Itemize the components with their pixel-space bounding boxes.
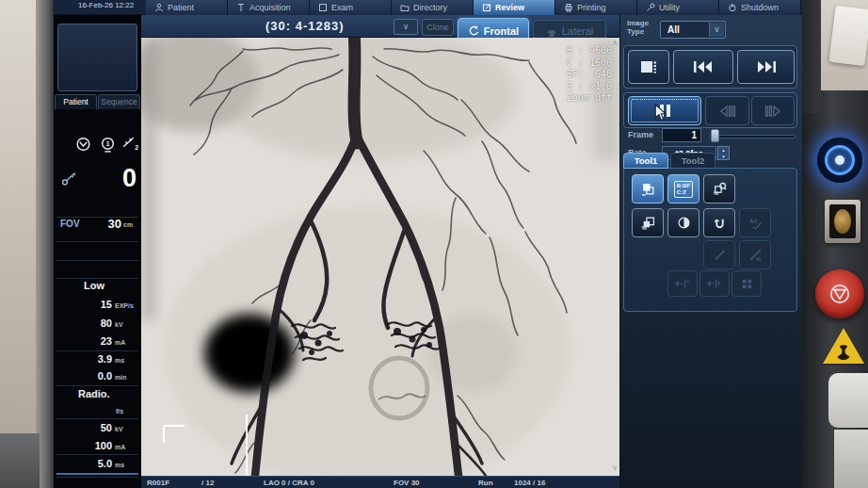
power-icon [728, 3, 737, 12]
parameter-sidebar: Patient Sequence 1 2 [54, 15, 141, 488]
svg-text:F: F [717, 281, 721, 286]
matrix-size: 1024 / 16 [514, 479, 545, 487]
zoom-magnify-button[interactable]: % [703, 174, 735, 203]
fov-status: FOV 30 [394, 479, 420, 487]
last-frame-button[interactable] [737, 50, 795, 84]
tab-tool2[interactable]: Tool2 [670, 153, 715, 169]
key-icon [61, 170, 78, 190]
auto-transfer-button[interactable]: AUTO [667, 270, 698, 297]
fluoro-mode-label: Low [84, 280, 104, 291]
skip-to-end-icon [755, 60, 778, 73]
menu-tab-label: Review [495, 3, 524, 12]
subtraction-display-button[interactable] [632, 174, 664, 203]
line-percent-icon: % [748, 248, 763, 262]
c-arm-lateral-icon [546, 25, 557, 37]
menu-tab-patient[interactable]: Patient [146, 0, 228, 15]
menu-tab-label: Printing [577, 3, 606, 12]
rate-spinner[interactable]: ▲ ▼ [717, 146, 730, 160]
menu-tab-directory[interactable]: Directory [392, 0, 474, 15]
angulation: LAO 0 / CRA 0 [264, 479, 314, 487]
fluoro-param-row: 23mA [54, 335, 138, 349]
bf-cz-settings-button[interactable]: B:BF C:Z [667, 174, 699, 203]
frame-slider-handle[interactable] [711, 129, 719, 142]
step-forward-button[interactable] [751, 96, 795, 125]
fluoro-param-row: 0.0min [54, 370, 138, 383]
table-position-icon [74, 136, 92, 157]
measure-stenosis-button[interactable]: % [739, 240, 771, 269]
grid-icon [741, 278, 753, 290]
exam-icon [318, 3, 328, 12]
menu-tab-review[interactable]: Review [474, 0, 555, 15]
spin-down-icon[interactable]: ▼ [718, 154, 729, 160]
magnify-percent-icon: % [713, 182, 727, 196]
fluoro-param-row: 80kV [54, 317, 138, 331]
image-type-value: All [667, 24, 680, 35]
viewer-header: (30: 4-1283) ∨ Clone Frontal Lateral [141, 15, 619, 38]
chevron-down-icon: ∨ [403, 22, 410, 31]
filmstrip-icon [639, 59, 658, 74]
svg-text:%: % [641, 225, 647, 230]
svg-text:%: % [756, 256, 762, 262]
skip-to-start-icon [692, 60, 715, 73]
chevron-down-icon: ∨ [709, 23, 724, 37]
fov-row: 30 cm [54, 217, 138, 230]
monitor-bezel-right [802, 0, 821, 113]
image-type-select[interactable]: All ∨ [660, 21, 726, 39]
menu-tab-shutdown[interactable]: Shutdown [719, 0, 801, 15]
monitor-screen: 16-Feb-26 12:22 Patient Acquisition Exam… [54, 0, 802, 488]
bf-cz-badge: B:BF C:Z [674, 181, 693, 198]
emergency-stop-button [815, 269, 864, 318]
first-frame-button[interactable] [673, 50, 733, 84]
tab-patient[interactable]: Patient [55, 94, 97, 109]
annotation-button[interactable]: Ae [739, 208, 771, 237]
image-title: (30: 4-1283) [265, 19, 345, 33]
tab-sequence[interactable]: Sequence [98, 94, 140, 109]
frame-label: Frame [628, 130, 653, 139]
patient-info-panel [57, 24, 137, 91]
file-transfer-button[interactable]: F [699, 270, 730, 297]
fluoro-param-row: 15EXP/s [54, 299, 138, 312]
view-select-dropdown[interactable]: ∨ [394, 19, 418, 35]
desk-corner [0, 433, 40, 488]
image-status-bar: R001F / 12 LAO 0 / CRA 0 FOV 30 Run 1024… [141, 476, 619, 488]
resize-percent-button[interactable]: % [632, 208, 664, 237]
menu-tab-label: Exam [331, 3, 353, 12]
u-rotate-icon [713, 216, 727, 230]
frame-slider-track[interactable] [709, 135, 796, 138]
step-back-button[interactable] [705, 96, 749, 125]
tab-tool1[interactable]: Tool1 [623, 153, 668, 169]
menu-tab-utility[interactable]: Utility [637, 0, 719, 15]
spin-up-icon[interactable]: ▲ [718, 147, 729, 154]
tool1-panel: B:BF C:Z % % [623, 168, 797, 312]
filter-level-icon: 2 [121, 134, 138, 155]
contrast-button[interactable] [667, 208, 699, 237]
frame-total: / 12 [201, 479, 214, 487]
menu-tab-acquisition[interactable]: Acquisition [228, 0, 310, 15]
svg-text:Ae: Ae [749, 218, 758, 224]
measure-line-button[interactable] [703, 240, 735, 269]
top-menu-bar: 16-Feb-26 12:22 Patient Acquisition Exam… [54, 0, 802, 15]
svg-text:1: 1 [105, 139, 109, 148]
filmstrip-button[interactable] [628, 50, 669, 84]
wrench-icon [646, 3, 655, 12]
contrast-icon [677, 216, 691, 230]
cable-holder [828, 373, 868, 428]
workstation-photo: 16-Feb-26 12:22 Patient Acquisition Exam… [0, 0, 868, 488]
layout-grid-button[interactable] [731, 270, 762, 297]
radio-mode-label: Radio. [78, 388, 110, 399]
image-overlay-parameters: B : 9600C : 1600SF: G40Z : x1.0Zoom Off [567, 45, 612, 105]
frame-input[interactable] [662, 128, 701, 142]
angiogram-image[interactable]: B : 9600C : 1600SF: G40Z : x1.0Zoom Off … [141, 38, 619, 476]
clone-button[interactable]: Clone [422, 19, 454, 36]
scroll-up-icon[interactable]: ∧ [612, 39, 618, 47]
menu-tab-exam[interactable]: Exam [310, 0, 392, 15]
svg-text:2: 2 [135, 143, 138, 152]
printer-icon [564, 3, 573, 12]
menu-tab-printing[interactable]: Printing [555, 0, 637, 15]
rotate-image-button[interactable] [703, 208, 735, 237]
menu-tab-label: Patient [168, 3, 194, 12]
sidebar-tabs: Patient Sequence [55, 94, 140, 109]
fluoro-param-row: 3.9ms [54, 353, 138, 366]
scroll-down-icon[interactable]: ∨ [612, 464, 618, 472]
main-menu: Patient Acquisition Exam Directory Revie… [146, 0, 801, 15]
